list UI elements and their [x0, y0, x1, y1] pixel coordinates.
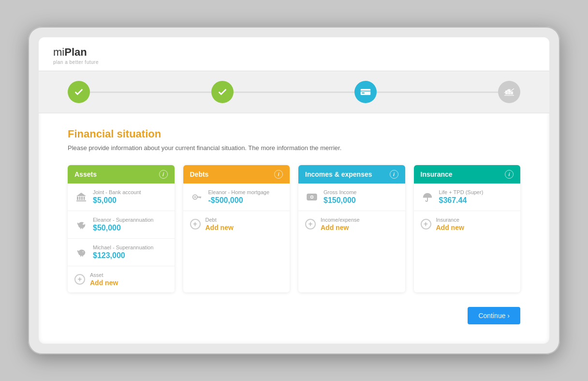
- assets-item-1-label: Joint - Bank account: [93, 189, 141, 195]
- debts-item-1-value: -$500,000: [208, 196, 270, 205]
- progress-step-2: [211, 81, 234, 103]
- logo: miPlan plan a better future: [53, 46, 535, 65]
- piggy-icon-1: [74, 218, 88, 231]
- svg-point-18: [83, 224, 84, 225]
- svg-point-22: [83, 251, 84, 252]
- step-circle-1: [68, 81, 90, 103]
- logo-text: miPlan: [53, 46, 535, 59]
- progress-line-3: [377, 91, 498, 93]
- incomes-card: Incomes & expenses i: [298, 165, 405, 292]
- debts-card: Debts i: [183, 165, 290, 292]
- assets-card-header: Assets i: [68, 165, 175, 183]
- progress-step-4: [498, 81, 520, 103]
- app-header: miPlan plan a better future: [39, 37, 549, 71]
- debts-item-1[interactable]: Eleanor - Home mortgage -$500,000: [183, 183, 290, 211]
- svg-point-24: [194, 196, 196, 198]
- assets-add-value: Add new: [90, 279, 118, 287]
- assets-card: Assets i: [68, 165, 175, 292]
- step-circle-2: [211, 81, 234, 103]
- main-content: Financial situation Please provide infor…: [39, 113, 549, 344]
- assets-add-label: Asset: [90, 272, 118, 278]
- bank-icon: [74, 190, 88, 204]
- assets-card-body: Joint - Bank account $5,000: [68, 183, 175, 292]
- debts-item-1-content: Eleanor - Home mortgage -$500,000: [208, 189, 270, 205]
- assets-item-3-value: $123,000: [93, 251, 153, 260]
- svg-point-31: [311, 196, 313, 198]
- insurance-plus-icon: +: [421, 219, 431, 229]
- svg-rect-21: [82, 255, 83, 257]
- insurance-item-1-content: Life + TPD (Super) $367.44: [439, 189, 484, 205]
- incomes-add-value: Add new: [321, 224, 360, 231]
- insurance-card-body: Life + TPD (Super) $367.44 + Insurance A…: [414, 183, 521, 237]
- svg-rect-9: [79, 197, 81, 200]
- debts-add-new[interactable]: + Debt Add new: [183, 211, 290, 237]
- insurance-item-1[interactable]: Life + TPD (Super) $367.44: [414, 183, 521, 211]
- debts-add-label: Debt: [206, 217, 234, 223]
- incomes-item-1[interactable]: Gross Income $150,000: [298, 183, 405, 211]
- debts-item-1-label: Eleanor - Home mortgage: [208, 189, 270, 195]
- progress-bar: [39, 71, 549, 113]
- debts-add-value: Add new: [206, 224, 234, 231]
- incomes-card-header: Incomes & expenses i: [298, 165, 405, 183]
- insurance-add-content: Insurance Add new: [436, 217, 464, 231]
- assets-item-1-content: Joint - Bank account $5,000: [93, 189, 141, 205]
- svg-marker-12: [76, 193, 86, 196]
- insurance-add-label: Insurance: [436, 217, 464, 223]
- assets-item-1-value: $5,000: [93, 196, 141, 205]
- svg-point-19: [78, 250, 86, 256]
- step-circle-4: [498, 81, 520, 103]
- svg-rect-16: [80, 228, 81, 229]
- incomes-info-icon[interactable]: i: [390, 170, 398, 179]
- svg-rect-6: [511, 91, 513, 94]
- insurance-card-header: Insurance i: [414, 165, 521, 183]
- umbrella-icon: [421, 190, 434, 204]
- key-icon: [190, 190, 204, 204]
- progress-line-2: [234, 91, 355, 93]
- svg-rect-10: [81, 197, 83, 200]
- insurance-item-1-value: $367.44: [439, 196, 484, 205]
- incomes-item-1-label: Gross Income: [323, 189, 356, 195]
- progress-step-3: [354, 81, 377, 103]
- page-title: Financial situation: [68, 128, 520, 140]
- svg-rect-11: [84, 197, 85, 200]
- assets-item-3[interactable]: Michael - Superannuation $123,000: [68, 239, 175, 266]
- debts-card-body: Eleanor - Home mortgage -$500,000 + Debt…: [183, 183, 290, 237]
- insurance-info-icon[interactable]: i: [505, 170, 514, 179]
- assets-add-content: Asset Add new: [90, 272, 118, 287]
- assets-item-2[interactable]: Eleanor - Superannuation $50,000: [68, 211, 175, 239]
- assets-add-new[interactable]: + Asset Add new: [68, 266, 175, 292]
- assets-item-2-value: $50,000: [93, 224, 153, 232]
- svg-rect-17: [82, 228, 83, 229]
- logo-tagline: plan a better future: [53, 60, 535, 65]
- insurance-add-value: Add new: [436, 224, 464, 231]
- assets-item-2-label: Eleanor - Superannuation: [93, 217, 153, 223]
- assets-item-1[interactable]: Joint - Bank account $5,000: [68, 183, 175, 211]
- insurance-card: Insurance i: [414, 165, 521, 292]
- piggy-icon-2: [74, 245, 88, 259]
- assets-item-3-label: Michael - Superannuation: [93, 244, 153, 250]
- progress-step-1: [68, 81, 90, 103]
- page-subtitle: Please provide information about your cu…: [68, 144, 520, 152]
- debts-plus-icon: +: [190, 219, 201, 229]
- incomes-plus-icon: +: [305, 219, 316, 229]
- svg-rect-13: [76, 200, 86, 201]
- cash-icon: [305, 190, 319, 204]
- incomes-item-1-value: $150,000: [323, 196, 356, 205]
- step-circle-3: [354, 81, 377, 103]
- insurance-add-new[interactable]: + Insurance Add new: [414, 211, 521, 237]
- incomes-add-new[interactable]: + Income/expense Add new: [298, 211, 405, 237]
- svg-rect-3: [362, 92, 365, 93]
- continue-button[interactable]: Continue ›: [468, 307, 520, 324]
- assets-item-2-content: Eleanor - Superannuation $50,000: [93, 217, 153, 232]
- debts-card-header: Debts i: [183, 165, 290, 183]
- incomes-add-label: Income/expense: [321, 217, 360, 223]
- insurance-header-label: Insurance: [421, 170, 453, 178]
- assets-info-icon[interactable]: i: [159, 170, 168, 179]
- assets-plus-icon: +: [74, 274, 85, 285]
- debts-header-label: Debts: [190, 170, 209, 178]
- svg-rect-8: [77, 197, 78, 200]
- debts-info-icon[interactable]: i: [274, 170, 283, 179]
- incomes-header-label: Incomes & expenses: [305, 170, 372, 178]
- footer-actions: Continue ›: [68, 307, 520, 324]
- cards-grid: Assets i: [68, 165, 520, 292]
